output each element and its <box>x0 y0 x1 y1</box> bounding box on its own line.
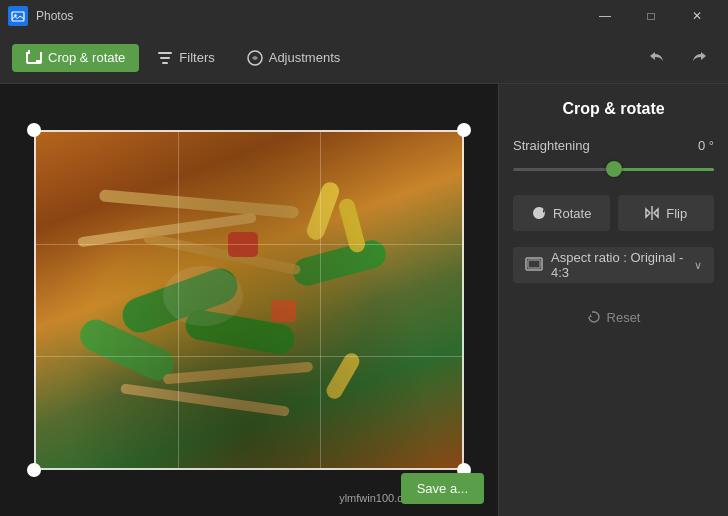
tab-crop-rotate-label: Crop & rotate <box>48 50 125 65</box>
titlebar: Photos — □ ✕ <box>0 0 728 32</box>
slider-thumb[interactable] <box>606 161 622 177</box>
straightening-value: 0 ° <box>698 138 714 153</box>
straightening-slider[interactable] <box>513 159 714 179</box>
tab-filters[interactable]: Filters <box>143 44 228 72</box>
canvas-area: Save a... ylmfwin100.com <box>0 84 498 516</box>
crop-handle-bottom-left[interactable] <box>27 463 41 477</box>
maximize-button[interactable]: □ <box>628 0 674 32</box>
main-content: Save a... ylmfwin100.com Crop & rotate S… <box>0 84 728 516</box>
slider-track <box>513 168 714 171</box>
adjustments-icon <box>247 50 263 66</box>
app-icon <box>8 6 28 26</box>
right-panel: Crop & rotate Straightening 0 ° Rotate <box>498 84 728 516</box>
tab-crop-rotate[interactable]: Crop & rotate <box>12 44 139 72</box>
reset-label: Reset <box>607 310 641 325</box>
app-title: Photos <box>36 9 582 23</box>
straightening-label: Straightening <box>513 138 590 153</box>
tab-adjustments-label: Adjustments <box>269 50 341 65</box>
slider-fill <box>614 168 715 171</box>
flip-label: Flip <box>666 206 687 221</box>
rotate-button[interactable]: Rotate <box>513 195 610 231</box>
reset-button[interactable]: Reset <box>513 299 714 335</box>
flip-button[interactable]: Flip <box>618 195 715 231</box>
reset-icon <box>587 310 601 324</box>
save-button[interactable]: Save a... <box>401 473 484 504</box>
toolbar: Crop & rotate Filters Adjustments <box>0 32 728 84</box>
crop-handle-top-left[interactable] <box>27 123 41 137</box>
svg-rect-0 <box>12 12 24 21</box>
straightening-label-row: Straightening 0 ° <box>513 138 714 153</box>
aspect-ratio-button[interactable]: Aspect ratio : Original - 4:3 ∨ <box>513 247 714 283</box>
close-button[interactable]: ✕ <box>674 0 720 32</box>
svg-rect-2 <box>158 52 172 54</box>
rotate-icon <box>531 205 547 221</box>
tab-filters-label: Filters <box>179 50 214 65</box>
rotate-flip-row: Rotate Flip <box>513 195 714 231</box>
filters-icon <box>157 50 173 66</box>
svg-rect-3 <box>160 57 170 59</box>
aspect-ratio-label: Aspect ratio : Original - 4:3 <box>551 250 686 280</box>
panel-title: Crop & rotate <box>513 100 714 118</box>
aspect-ratio-icon <box>525 257 543 273</box>
food-image <box>34 130 464 470</box>
image-container[interactable] <box>34 130 464 470</box>
minimize-button[interactable]: — <box>582 0 628 32</box>
svg-rect-7 <box>528 260 540 268</box>
svg-rect-4 <box>162 62 168 64</box>
chevron-down-icon: ∨ <box>694 259 702 272</box>
flip-icon <box>644 205 660 221</box>
redo-button[interactable] <box>680 40 716 76</box>
tab-adjustments[interactable]: Adjustments <box>233 44 355 72</box>
window-controls: — □ ✕ <box>582 0 720 32</box>
undo-button[interactable] <box>640 40 676 76</box>
crop-handle-top-right[interactable] <box>457 123 471 137</box>
crop-icon <box>26 50 42 66</box>
straightening-section: Straightening 0 ° <box>513 138 714 179</box>
rotate-label: Rotate <box>553 206 591 221</box>
